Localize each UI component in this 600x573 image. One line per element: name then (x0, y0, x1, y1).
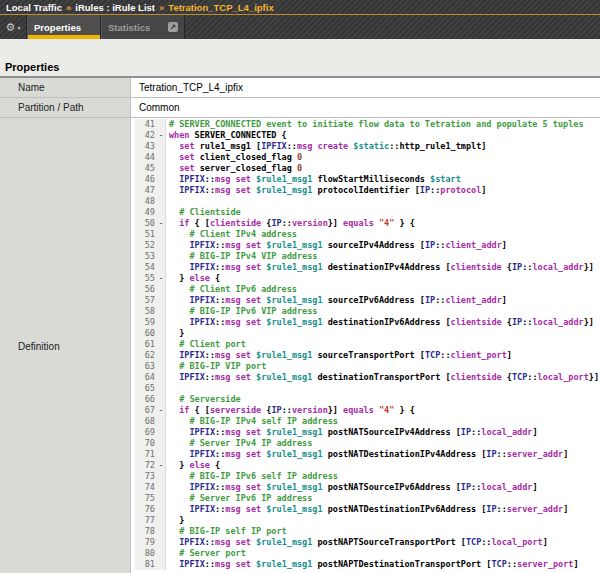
fold-gutter (157, 207, 166, 218)
code-line[interactable]: 57 IPFIX::msg set $rule1_msg1 sourceIPv6… (135, 295, 600, 306)
code-line[interactable]: 72- } else { (135, 460, 600, 471)
code-line[interactable]: 78 # BIG-IP self IP port (135, 526, 600, 537)
chevron-down-icon: ▾ (17, 24, 20, 31)
code-line[interactable]: 65 (135, 383, 600, 394)
code-line[interactable]: 64 IPFIX::msg set $rule1_msg1 destinatio… (135, 372, 600, 383)
tab-properties[interactable]: Properties (27, 15, 101, 39)
line-number: 64 (135, 372, 157, 383)
line-number: 48 (135, 196, 157, 207)
code-line[interactable]: 74 IPFIX::msg set $rule1_msg1 postNATSou… (135, 482, 600, 493)
code-text: IPFIX::msg set $rule1_msg1 destinationTr… (166, 372, 599, 383)
code-line[interactable]: 62 IPFIX::msg set $rule1_msg1 sourceTran… (135, 350, 600, 361)
code-text: } else { (166, 273, 220, 284)
code-text: IPFIX::msg set $rule1_msg1 postNATDestin… (166, 449, 568, 460)
gear-menu-button[interactable]: ⚙ ▾ (0, 15, 27, 39)
fold-gutter (157, 438, 166, 449)
fold-gutter (157, 394, 166, 405)
tab-properties-label: Properties (34, 22, 81, 33)
code-line[interactable]: 51 # Client IPv4 address (135, 229, 600, 240)
line-number: 45 (135, 163, 157, 174)
code-line[interactable]: 67- if { [serverside {IP::version}] equa… (135, 405, 600, 416)
code-line[interactable]: 69 IPFIX::msg set $rule1_msg1 postNATSou… (135, 427, 600, 438)
line-number: 65 (135, 383, 157, 394)
line-number: 56 (135, 284, 157, 295)
code-line[interactable]: 70 # Server IPv4 IP address (135, 438, 600, 449)
code-text: IPFIX::msg set $rule1_msg1 postNAPTDesti… (166, 559, 579, 570)
code-text: # Client IPv6 address (166, 284, 297, 295)
code-line[interactable]: 49 # Clientside (135, 207, 600, 218)
line-number: 57 (135, 295, 157, 306)
line-number: 47 (135, 185, 157, 196)
code-line[interactable]: 53 # BIG-IP IPv4 VIP address (135, 251, 600, 262)
code-text: when SERVER_CONNECTED { (166, 130, 287, 141)
fold-marker[interactable]: - (157, 273, 166, 284)
fold-gutter (157, 504, 166, 515)
code-line[interactable]: 76 IPFIX::msg set $rule1_msg1 postNATDes… (135, 504, 600, 515)
code-line[interactable]: 50- if { [clientside {IP::version}] equa… (135, 218, 600, 229)
fold-gutter (157, 449, 166, 460)
fold-gutter (157, 163, 166, 174)
fold-marker[interactable]: - (157, 218, 166, 229)
line-number: 43 (135, 141, 157, 152)
code-line[interactable]: 54 IPFIX::msg set $rule1_msg1 destinatio… (135, 262, 600, 273)
name-value: Tetration_TCP_L4_ipfix (131, 78, 600, 97)
breadcrumb-item-irule-list[interactable]: iRules : iRule List (75, 2, 155, 13)
code-line[interactable]: 45 set server_closed_flag 0 (135, 163, 600, 174)
code-line[interactable]: 77 } (135, 515, 600, 526)
line-number: 59 (135, 317, 157, 328)
code-line[interactable]: 42-when SERVER_CONNECTED { (135, 130, 600, 141)
code-line[interactable]: 68 # BIG-IP IPv4 self IP address (135, 416, 600, 427)
code-line[interactable]: 55- } else { (135, 273, 600, 284)
code-line[interactable]: 60 } (135, 328, 600, 339)
definition-value-cell: 41# SERVER_CONNECTED event to initiate f… (131, 118, 600, 573)
fold-gutter (157, 372, 166, 383)
fold-gutter (157, 240, 166, 251)
breadcrumb-item-local-traffic[interactable]: Local Traffic (6, 2, 62, 13)
code-line[interactable]: 44 set client_closed_flag 0 (135, 152, 600, 163)
fold-gutter (157, 185, 166, 196)
line-number: 53 (135, 251, 157, 262)
fold-gutter (157, 427, 166, 438)
line-number: 81 (135, 559, 157, 570)
code-text: # Serverside (166, 394, 241, 405)
code-line[interactable]: 58 # BIG-IP IPv6 VIP address (135, 306, 600, 317)
fold-marker[interactable]: - (157, 405, 166, 416)
code-line[interactable]: 43 set rule1_msg1 [IPFIX::msg create $st… (135, 141, 600, 152)
code-line[interactable]: 80 # Server port (135, 548, 600, 559)
fold-gutter (157, 515, 166, 526)
fold-marker[interactable]: - (157, 130, 166, 141)
code-line[interactable]: 79 IPFIX::msg set $rule1_msg1 postNAPTSo… (135, 537, 600, 548)
fold-gutter (157, 537, 166, 548)
code-line[interactable]: 52 IPFIX::msg set $rule1_msg1 sourceIPv4… (135, 240, 600, 251)
fold-gutter (157, 262, 166, 273)
code-line[interactable]: 61 # Client port (135, 339, 600, 350)
line-number: 52 (135, 240, 157, 251)
code-line[interactable]: 41# SERVER_CONNECTED event to initiate f… (135, 119, 600, 130)
code-line[interactable]: 66 # Serverside (135, 394, 600, 405)
fold-gutter (157, 141, 166, 152)
line-number: 46 (135, 174, 157, 185)
code-line[interactable]: 56 # Client IPv6 address (135, 284, 600, 295)
code-line[interactable]: 73 # BIG-IP IPv6 self IP address (135, 471, 600, 482)
code-text: # Server IPv6 IP address (166, 493, 312, 504)
code-text: IPFIX::msg set $rule1_msg1 protocolIdent… (166, 185, 486, 196)
code-text: IPFIX::msg set $rule1_msg1 destinationIP… (166, 317, 594, 328)
fold-gutter (157, 416, 166, 427)
code-line[interactable]: 48 (135, 196, 600, 207)
code-line[interactable]: 71 IPFIX::msg set $rule1_msg1 postNATDes… (135, 449, 600, 460)
code-editor[interactable]: 41# SERVER_CONNECTED event to initiate f… (135, 119, 600, 570)
code-line[interactable]: 75 # Server IPv6 IP address (135, 493, 600, 504)
gear-icon: ⚙ (6, 22, 16, 33)
code-text: # BIG-IP self IP port (166, 526, 287, 537)
fold-gutter (157, 284, 166, 295)
fold-marker[interactable]: - (157, 460, 166, 471)
tab-statistics[interactable]: Statistics ↗ (101, 15, 185, 39)
code-line[interactable]: 81 IPFIX::msg set $rule1_msg1 postNAPTDe… (135, 559, 600, 570)
code-line[interactable]: 63 # BIG-IP VIP port (135, 361, 600, 372)
popup-window-icon[interactable]: ↗ (168, 22, 178, 32)
code-line[interactable]: 46 IPFIX::msg set $rule1_msg1 flowStartM… (135, 174, 600, 185)
line-number: 60 (135, 328, 157, 339)
breadcrumb-bar: Local Traffic » iRules : iRule List » Te… (0, 0, 600, 15)
code-line[interactable]: 47 IPFIX::msg set $rule1_msg1 protocolId… (135, 185, 600, 196)
code-line[interactable]: 59 IPFIX::msg set $rule1_msg1 destinatio… (135, 317, 600, 328)
